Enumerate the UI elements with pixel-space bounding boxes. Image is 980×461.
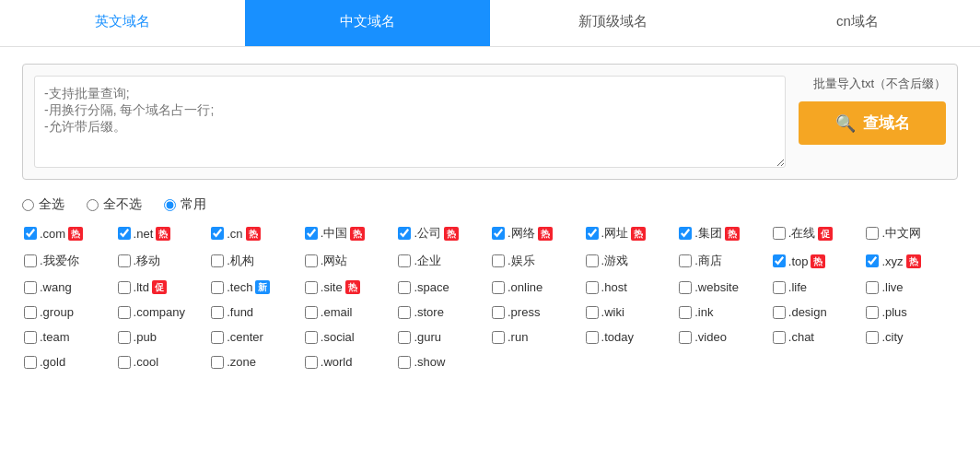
domain-checkbox[interactable]	[211, 281, 224, 294]
domain-name-label[interactable]: .ltd	[134, 280, 149, 294]
domain-checkbox[interactable]	[586, 331, 599, 344]
domain-checkbox[interactable]	[773, 306, 786, 319]
domain-checkbox[interactable]	[24, 254, 37, 267]
domain-checkbox[interactable]	[773, 227, 786, 240]
tab-new-tld[interactable]: 新顶级域名	[490, 0, 735, 46]
domain-name-label[interactable]: .today	[601, 330, 634, 344]
domain-name-label[interactable]: .design	[788, 305, 827, 319]
domain-name-label[interactable]: .store	[414, 305, 444, 319]
domain-checkbox[interactable]	[24, 306, 37, 319]
domain-checkbox[interactable]	[492, 254, 505, 267]
domain-checkbox[interactable]	[866, 281, 879, 294]
domain-name-label[interactable]: .host	[601, 280, 627, 294]
domain-name-label[interactable]: .ink	[694, 305, 713, 319]
domain-name-label[interactable]: .网络	[508, 225, 535, 242]
domain-checkbox[interactable]	[679, 281, 692, 294]
domain-checkbox[interactable]	[118, 331, 131, 344]
tab-cn[interactable]: cn域名	[735, 0, 980, 46]
domain-checkbox[interactable]	[492, 306, 505, 319]
domain-name-label[interactable]: .space	[414, 280, 449, 294]
domain-name-label[interactable]: .zone	[227, 355, 256, 369]
domain-checkbox[interactable]	[679, 331, 692, 344]
domain-checkbox[interactable]	[398, 281, 411, 294]
domain-checkbox[interactable]	[24, 227, 37, 240]
domain-name-label[interactable]: .social	[321, 330, 355, 344]
domain-checkbox[interactable]	[211, 227, 224, 240]
domain-name-label[interactable]: .group	[40, 305, 74, 319]
domain-checkbox[interactable]	[118, 306, 131, 319]
domain-name-label[interactable]: .tech	[227, 280, 252, 294]
domain-checkbox[interactable]	[24, 356, 37, 369]
domain-name-label[interactable]: .企业	[414, 253, 441, 269]
tab-chinese[interactable]: 中文域名	[245, 0, 490, 46]
domain-checkbox[interactable]	[773, 281, 786, 294]
domain-name-label[interactable]: .team	[40, 330, 70, 344]
domain-checkbox[interactable]	[211, 254, 224, 267]
domain-name-label[interactable]: .center	[227, 330, 263, 344]
radio-none[interactable]: 全不选	[87, 196, 142, 213]
domain-name-label[interactable]: .plus	[881, 305, 906, 319]
domain-name-label[interactable]: .移动	[134, 253, 161, 269]
domain-name-label[interactable]: .wiki	[601, 305, 624, 319]
domain-checkbox[interactable]	[398, 306, 411, 319]
domain-name-label[interactable]: .pub	[134, 330, 157, 344]
domain-name-label[interactable]: .网站	[321, 253, 348, 269]
domain-checkbox[interactable]	[211, 356, 224, 369]
domain-name-label[interactable]: .机构	[227, 253, 254, 269]
domain-checkbox[interactable]	[211, 331, 224, 344]
domain-checkbox[interactable]	[305, 356, 318, 369]
domain-checkbox[interactable]	[679, 254, 692, 267]
domain-name-label[interactable]: .chat	[788, 330, 814, 344]
domain-checkbox[interactable]	[305, 306, 318, 319]
domain-name-label[interactable]: .website	[694, 280, 739, 294]
domain-name-label[interactable]: .公司	[414, 225, 441, 242]
domain-checkbox[interactable]	[866, 331, 879, 344]
domain-name-label[interactable]: .娱乐	[508, 253, 535, 269]
domain-name-label[interactable]: .cn	[227, 227, 242, 241]
domain-name-label[interactable]: .press	[508, 305, 540, 319]
domain-checkbox[interactable]	[586, 227, 599, 240]
domain-name-label[interactable]: .top	[788, 254, 809, 268]
domain-name-label[interactable]: .xyz	[881, 254, 903, 268]
domain-checkbox[interactable]	[398, 331, 411, 344]
domain-checkbox[interactable]	[118, 281, 131, 294]
domain-checkbox[interactable]	[866, 227, 879, 240]
domain-name-label[interactable]: .guru	[414, 330, 441, 344]
domain-checkbox[interactable]	[492, 331, 505, 344]
domain-name-label[interactable]: .life	[788, 280, 807, 294]
domain-checkbox[interactable]	[24, 281, 37, 294]
domain-name-label[interactable]: .site	[321, 280, 343, 294]
domain-checkbox[interactable]	[492, 281, 505, 294]
domain-checkbox[interactable]	[866, 306, 879, 319]
domain-checkbox[interactable]	[492, 227, 505, 240]
domain-name-label[interactable]: .email	[321, 305, 353, 319]
domain-name-label[interactable]: .city	[881, 330, 903, 344]
domain-name-label[interactable]: .show	[414, 355, 445, 369]
domain-name-label[interactable]: .fund	[227, 305, 253, 319]
domain-checkbox[interactable]	[679, 306, 692, 319]
radio-common[interactable]: 常用	[164, 196, 206, 213]
domain-name-label[interactable]: .cool	[134, 355, 158, 369]
domain-checkbox[interactable]	[586, 254, 599, 267]
domain-name-label[interactable]: .我爱你	[40, 253, 79, 269]
domain-name-label[interactable]: .video	[694, 330, 727, 344]
domain-checkbox[interactable]	[586, 281, 599, 294]
domain-name-label[interactable]: .run	[508, 330, 528, 344]
tab-english[interactable]: 英文域名	[0, 0, 245, 46]
domain-name-label[interactable]: .company	[134, 305, 185, 319]
domain-checkbox[interactable]	[118, 254, 131, 267]
domain-checkbox[interactable]	[305, 331, 318, 344]
domain-name-label[interactable]: .网址	[601, 225, 629, 242]
domain-name-label[interactable]: .wang	[40, 280, 72, 294]
domain-input[interactable]	[34, 76, 786, 168]
import-button[interactable]: 批量导入txt（不含后缀）	[813, 76, 946, 92]
domain-name-label[interactable]: .在线	[788, 225, 816, 242]
domain-name-label[interactable]: .net	[134, 227, 154, 241]
domain-name-label[interactable]: .world	[321, 355, 353, 369]
domain-checkbox[interactable]	[305, 254, 318, 267]
domain-checkbox[interactable]	[305, 227, 318, 240]
domain-checkbox[interactable]	[398, 356, 411, 369]
domain-checkbox[interactable]	[773, 254, 786, 267]
domain-checkbox[interactable]	[118, 227, 131, 240]
domain-name-label[interactable]: .中国	[321, 225, 348, 242]
